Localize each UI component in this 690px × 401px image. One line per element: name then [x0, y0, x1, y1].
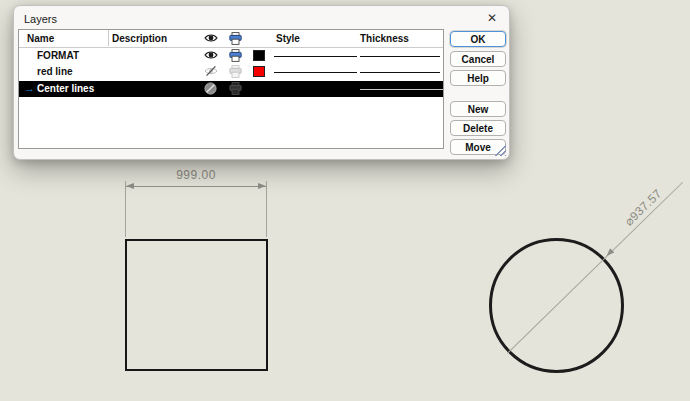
- layer-name: FORMAT: [37, 50, 79, 61]
- layer-name: red line: [37, 66, 73, 77]
- layer-row-format[interactable]: FORMAT: [19, 48, 443, 64]
- layers-dialog: Layers ✕ Name Description Style Th: [13, 5, 510, 160]
- dimension-arrow-right-icon: [258, 183, 266, 189]
- new-button[interactable]: New: [450, 101, 506, 117]
- visibility-off-icon[interactable]: [204, 65, 218, 77]
- square-dimension-line: [126, 186, 266, 187]
- layer-style-preview[interactable]: [274, 56, 357, 57]
- cad-application-canvas: { "window": { "title": "Layers", "close_…: [0, 0, 690, 401]
- layer-row-center-lines[interactable]: → Center lines: [19, 81, 443, 97]
- ok-button[interactable]: OK: [450, 31, 506, 47]
- layer-color-swatch[interactable]: [253, 50, 265, 61]
- layer-list: Name Description Style Thickness: [18, 29, 444, 149]
- visibility-on-icon[interactable]: [204, 49, 218, 61]
- arrow-right-icon: →: [24, 82, 35, 94]
- delete-button[interactable]: Delete: [450, 120, 506, 136]
- layer-list-header: Name Description Style Thickness: [19, 30, 443, 48]
- column-header-description: Description: [112, 33, 167, 44]
- cancel-button[interactable]: Cancel: [450, 51, 506, 67]
- layer-name: Center lines: [37, 83, 94, 94]
- print-off-icon[interactable]: [229, 82, 242, 95]
- layer-color-swatch[interactable]: [253, 66, 265, 77]
- eye-icon: [204, 32, 218, 44]
- layer-style-preview[interactable]: [274, 72, 357, 73]
- column-divider: [108, 30, 109, 46]
- help-button[interactable]: Help: [450, 70, 506, 86]
- layer-thickness-preview[interactable]: [360, 56, 440, 57]
- square-dimension-extension-line: [266, 181, 267, 237]
- column-header-thickness: Thickness: [360, 33, 409, 44]
- square-shape[interactable]: [125, 239, 268, 371]
- square-dimension-label[interactable]: 999.00: [126, 168, 266, 182]
- printer-icon: [229, 32, 242, 45]
- layer-row-red-line[interactable]: red line: [19, 64, 443, 80]
- visibility-off-icon[interactable]: [204, 82, 217, 95]
- column-header-name: Name: [27, 33, 54, 44]
- dialog-title: Layers: [24, 13, 57, 25]
- close-icon[interactable]: ✕: [484, 10, 500, 26]
- circle-dimension-label[interactable]: ⌀937.57: [622, 186, 665, 228]
- layer-thickness-preview[interactable]: [360, 72, 440, 73]
- layer-thickness-preview[interactable]: [360, 89, 443, 90]
- square-dimension-extension-line: [125, 181, 126, 237]
- print-on-icon[interactable]: [229, 49, 242, 62]
- dimension-arrow-left-icon: [126, 183, 134, 189]
- column-header-style: Style: [276, 33, 300, 44]
- print-off-icon[interactable]: [229, 65, 242, 78]
